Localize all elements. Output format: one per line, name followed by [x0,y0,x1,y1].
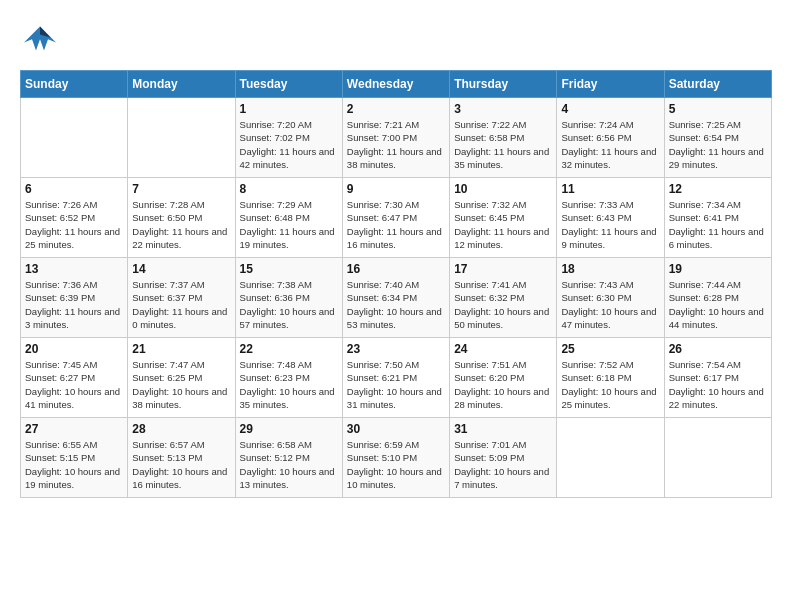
calendar-cell: 26Sunrise: 7:54 AM Sunset: 6:17 PM Dayli… [664,338,771,418]
calendar-week-row: 1Sunrise: 7:20 AM Sunset: 7:02 PM Daylig… [21,98,772,178]
day-number: 9 [347,182,445,196]
page-header [20,20,772,60]
logo [20,20,64,60]
day-number: 12 [669,182,767,196]
day-number: 11 [561,182,659,196]
day-number: 27 [25,422,123,436]
day-number: 24 [454,342,552,356]
calendar-cell: 28Sunrise: 6:57 AM Sunset: 5:13 PM Dayli… [128,418,235,498]
calendar-week-row: 27Sunrise: 6:55 AM Sunset: 5:15 PM Dayli… [21,418,772,498]
calendar-cell [21,98,128,178]
day-number: 29 [240,422,338,436]
calendar-cell: 19Sunrise: 7:44 AM Sunset: 6:28 PM Dayli… [664,258,771,338]
calendar-week-row: 20Sunrise: 7:45 AM Sunset: 6:27 PM Dayli… [21,338,772,418]
day-info: Sunrise: 7:01 AM Sunset: 5:09 PM Dayligh… [454,438,552,491]
calendar-cell: 22Sunrise: 7:48 AM Sunset: 6:23 PM Dayli… [235,338,342,418]
day-info: Sunrise: 7:24 AM Sunset: 6:56 PM Dayligh… [561,118,659,171]
day-number: 2 [347,102,445,116]
day-info: Sunrise: 7:32 AM Sunset: 6:45 PM Dayligh… [454,198,552,251]
day-info: Sunrise: 7:29 AM Sunset: 6:48 PM Dayligh… [240,198,338,251]
day-number: 1 [240,102,338,116]
weekday-header: Friday [557,71,664,98]
day-number: 15 [240,262,338,276]
calendar-cell: 1Sunrise: 7:20 AM Sunset: 7:02 PM Daylig… [235,98,342,178]
calendar-cell: 3Sunrise: 7:22 AM Sunset: 6:58 PM Daylig… [450,98,557,178]
weekday-header: Saturday [664,71,771,98]
calendar-cell: 25Sunrise: 7:52 AM Sunset: 6:18 PM Dayli… [557,338,664,418]
calendar-cell: 24Sunrise: 7:51 AM Sunset: 6:20 PM Dayli… [450,338,557,418]
calendar-cell: 11Sunrise: 7:33 AM Sunset: 6:43 PM Dayli… [557,178,664,258]
day-number: 5 [669,102,767,116]
day-info: Sunrise: 7:45 AM Sunset: 6:27 PM Dayligh… [25,358,123,411]
weekday-header: Wednesday [342,71,449,98]
day-info: Sunrise: 7:22 AM Sunset: 6:58 PM Dayligh… [454,118,552,171]
day-number: 7 [132,182,230,196]
day-info: Sunrise: 7:25 AM Sunset: 6:54 PM Dayligh… [669,118,767,171]
calendar-cell: 20Sunrise: 7:45 AM Sunset: 6:27 PM Dayli… [21,338,128,418]
calendar-cell: 27Sunrise: 6:55 AM Sunset: 5:15 PM Dayli… [21,418,128,498]
calendar-cell: 23Sunrise: 7:50 AM Sunset: 6:21 PM Dayli… [342,338,449,418]
day-info: Sunrise: 7:48 AM Sunset: 6:23 PM Dayligh… [240,358,338,411]
calendar-cell: 29Sunrise: 6:58 AM Sunset: 5:12 PM Dayli… [235,418,342,498]
day-info: Sunrise: 7:20 AM Sunset: 7:02 PM Dayligh… [240,118,338,171]
calendar-cell [664,418,771,498]
day-number: 3 [454,102,552,116]
calendar-cell: 2Sunrise: 7:21 AM Sunset: 7:00 PM Daylig… [342,98,449,178]
calendar-week-row: 6Sunrise: 7:26 AM Sunset: 6:52 PM Daylig… [21,178,772,258]
calendar-cell: 18Sunrise: 7:43 AM Sunset: 6:30 PM Dayli… [557,258,664,338]
weekday-header-row: SundayMondayTuesdayWednesdayThursdayFrid… [21,71,772,98]
day-info: Sunrise: 7:40 AM Sunset: 6:34 PM Dayligh… [347,278,445,331]
calendar-cell: 21Sunrise: 7:47 AM Sunset: 6:25 PM Dayli… [128,338,235,418]
calendar-cell: 15Sunrise: 7:38 AM Sunset: 6:36 PM Dayli… [235,258,342,338]
day-number: 22 [240,342,338,356]
calendar-cell: 4Sunrise: 7:24 AM Sunset: 6:56 PM Daylig… [557,98,664,178]
day-info: Sunrise: 6:58 AM Sunset: 5:12 PM Dayligh… [240,438,338,491]
day-number: 8 [240,182,338,196]
calendar-cell: 30Sunrise: 6:59 AM Sunset: 5:10 PM Dayli… [342,418,449,498]
day-number: 6 [25,182,123,196]
day-info: Sunrise: 7:30 AM Sunset: 6:47 PM Dayligh… [347,198,445,251]
calendar-cell: 13Sunrise: 7:36 AM Sunset: 6:39 PM Dayli… [21,258,128,338]
calendar-cell: 9Sunrise: 7:30 AM Sunset: 6:47 PM Daylig… [342,178,449,258]
calendar-cell: 6Sunrise: 7:26 AM Sunset: 6:52 PM Daylig… [21,178,128,258]
day-info: Sunrise: 7:52 AM Sunset: 6:18 PM Dayligh… [561,358,659,411]
day-info: Sunrise: 7:44 AM Sunset: 6:28 PM Dayligh… [669,278,767,331]
day-number: 31 [454,422,552,436]
day-number: 26 [669,342,767,356]
weekday-header: Thursday [450,71,557,98]
day-number: 18 [561,262,659,276]
day-info: Sunrise: 7:37 AM Sunset: 6:37 PM Dayligh… [132,278,230,331]
calendar-cell: 5Sunrise: 7:25 AM Sunset: 6:54 PM Daylig… [664,98,771,178]
day-info: Sunrise: 7:51 AM Sunset: 6:20 PM Dayligh… [454,358,552,411]
day-number: 16 [347,262,445,276]
day-info: Sunrise: 7:28 AM Sunset: 6:50 PM Dayligh… [132,198,230,251]
calendar-cell: 17Sunrise: 7:41 AM Sunset: 6:32 PM Dayli… [450,258,557,338]
day-number: 10 [454,182,552,196]
day-number: 19 [669,262,767,276]
calendar-cell: 31Sunrise: 7:01 AM Sunset: 5:09 PM Dayli… [450,418,557,498]
day-number: 4 [561,102,659,116]
day-info: Sunrise: 7:38 AM Sunset: 6:36 PM Dayligh… [240,278,338,331]
day-number: 23 [347,342,445,356]
calendar-cell: 16Sunrise: 7:40 AM Sunset: 6:34 PM Dayli… [342,258,449,338]
day-number: 13 [25,262,123,276]
day-info: Sunrise: 7:33 AM Sunset: 6:43 PM Dayligh… [561,198,659,251]
calendar-cell: 7Sunrise: 7:28 AM Sunset: 6:50 PM Daylig… [128,178,235,258]
day-info: Sunrise: 7:54 AM Sunset: 6:17 PM Dayligh… [669,358,767,411]
day-info: Sunrise: 7:43 AM Sunset: 6:30 PM Dayligh… [561,278,659,331]
calendar-cell [557,418,664,498]
day-number: 28 [132,422,230,436]
day-info: Sunrise: 7:34 AM Sunset: 6:41 PM Dayligh… [669,198,767,251]
day-info: Sunrise: 6:57 AM Sunset: 5:13 PM Dayligh… [132,438,230,491]
calendar-cell: 12Sunrise: 7:34 AM Sunset: 6:41 PM Dayli… [664,178,771,258]
day-number: 30 [347,422,445,436]
day-number: 14 [132,262,230,276]
day-info: Sunrise: 7:41 AM Sunset: 6:32 PM Dayligh… [454,278,552,331]
day-info: Sunrise: 7:47 AM Sunset: 6:25 PM Dayligh… [132,358,230,411]
calendar-table: SundayMondayTuesdayWednesdayThursdayFrid… [20,70,772,498]
weekday-header: Sunday [21,71,128,98]
day-number: 21 [132,342,230,356]
day-info: Sunrise: 6:55 AM Sunset: 5:15 PM Dayligh… [25,438,123,491]
day-info: Sunrise: 6:59 AM Sunset: 5:10 PM Dayligh… [347,438,445,491]
day-number: 25 [561,342,659,356]
